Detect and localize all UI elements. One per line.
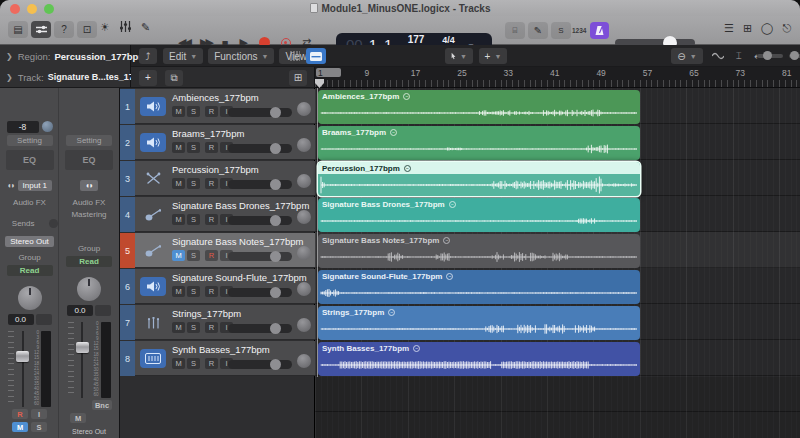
track-s-button[interactable]: S	[187, 142, 200, 153]
smart-controls-button[interactable]: ☀	[100, 21, 110, 34]
track-header-signature-sound-flute-177bpm[interactable]: 6Signature Sound-Flute_177bpmMSRI	[120, 269, 315, 304]
track-header-strings-177bpm[interactable]: 7Strings_177bpmMSRI	[120, 305, 315, 340]
track-r-button[interactable]: R	[205, 178, 218, 189]
arrange-area[interactable]: Ambiences_177bpm~Braams_177bpm~Percussio…	[315, 88, 800, 438]
volume-fader[interactable]	[16, 331, 29, 407]
track-pan-knob[interactable]	[297, 138, 311, 152]
track-m-button[interactable]: M	[172, 286, 185, 297]
browsers-button[interactable]: ⎋	[782, 22, 791, 35]
grid-view-button[interactable]	[287, 48, 303, 64]
pan-knob[interactable]	[77, 277, 101, 301]
channel-strip-name[interactable]: Stereo Out	[60, 428, 118, 435]
track-name[interactable]: Percussion_177bpm	[172, 164, 259, 175]
track-s-button[interactable]: S	[187, 286, 200, 297]
audio-fx-slot[interactable]: Audio FX	[7, 197, 53, 208]
sends-slot[interactable]: Sends	[1, 218, 45, 229]
track-m-button[interactable]: M	[172, 214, 185, 225]
track-disclosure-icon[interactable]: ❯	[6, 73, 13, 82]
track-m-button[interactable]: M	[172, 322, 185, 333]
track-m-button[interactable]: M	[172, 358, 185, 369]
fader-cap[interactable]	[16, 351, 29, 362]
volume-value[interactable]: 0.0	[67, 305, 93, 316]
track-r-button[interactable]: R	[205, 106, 218, 117]
region-braams-177bpm[interactable]: Braams_177bpm~	[318, 126, 640, 160]
solo-button[interactable]: S	[31, 422, 47, 432]
region-signature-bass-drones-177bpm[interactable]: Signature Bass Drones_177bpm~	[318, 198, 640, 232]
track-s-button[interactable]: S	[187, 214, 200, 225]
note-pads-button[interactable]: ⊞	[743, 22, 752, 35]
functions-menu[interactable]: Functions▼	[208, 48, 274, 64]
midi-capture-button[interactable]: ⌸	[505, 22, 525, 39]
audio-fx-slot-2[interactable]: Mastering	[66, 209, 112, 220]
track-name[interactable]: Signature Sound-Flute_177bpm	[172, 272, 307, 283]
vertical-auto-zoom-button[interactable]: ⌶	[733, 48, 745, 64]
bounce-button[interactable]: Bnc	[92, 400, 112, 410]
region-percussion-177bpm[interactable]: Percussion_177bpm~	[318, 162, 640, 196]
track-name[interactable]: Signature Bass Notes_177bpm	[172, 236, 304, 247]
region-strings-177bpm[interactable]: Strings_177bpm~	[318, 306, 640, 340]
track-name[interactable]: Braams_177bpm	[172, 128, 244, 139]
group-slot[interactable]: Group	[66, 243, 112, 254]
track-s-button[interactable]: S	[187, 178, 200, 189]
output-slot[interactable]: Stereo Out	[5, 236, 54, 247]
track-r-button[interactable]: R	[205, 250, 218, 261]
track-volume-slider[interactable]	[228, 324, 292, 333]
library-toggle-button[interactable]: ▤	[8, 21, 28, 38]
audio-fx-slot[interactable]: Audio FX	[66, 197, 112, 208]
stereo-format-slot[interactable]: ◖◗	[80, 180, 98, 191]
loop-browser-button[interactable]: ◯	[761, 22, 773, 35]
automation-mode-button[interactable]: Read	[7, 265, 53, 276]
track-pan-knob[interactable]	[297, 354, 311, 368]
record-enable-button[interactable]: R	[12, 409, 28, 419]
tuner-button[interactable]: ✎	[528, 22, 548, 39]
track-s-button[interactable]: S	[187, 250, 200, 261]
track-name[interactable]: Strings_177bpm	[172, 308, 241, 319]
region-synth-basses-177bpm[interactable]: Synth Basses_177bpm~	[318, 342, 640, 376]
vertical-zoom-slider[interactable]	[757, 54, 783, 58]
track-volume-slider[interactable]	[228, 252, 292, 261]
horizontal-zoom-slider[interactable]	[789, 54, 800, 58]
track-r-button[interactable]: R	[205, 214, 218, 225]
region-signature-sound-flute-177bpm[interactable]: Signature Sound-Flute_177bpm~	[318, 270, 640, 304]
track-volume-slider[interactable]	[228, 144, 292, 153]
track-s-button[interactable]: S	[187, 358, 200, 369]
list-editors-button[interactable]: ☰	[724, 22, 734, 35]
gain-display[interactable]: -8	[7, 121, 39, 133]
metronome-button[interactable]	[590, 22, 609, 39]
duplicate-track-button[interactable]: ⧉	[165, 70, 183, 86]
quick-help-button[interactable]: ?	[54, 21, 74, 38]
eq-slot[interactable]: EQ	[6, 150, 54, 170]
automation-mode-button[interactable]: Read	[66, 256, 112, 267]
command-click-tool-menu[interactable]: + ▼	[479, 48, 507, 64]
volume-fader[interactable]	[76, 322, 89, 398]
track-volume-slider[interactable]	[228, 108, 292, 117]
playhead-marker[interactable]	[315, 79, 324, 88]
track-volume-slider[interactable]	[228, 288, 292, 297]
snap-menu[interactable]: ⊖▼	[671, 48, 703, 64]
bar-ruler[interactable]: 19172533414957657381	[315, 67, 800, 88]
track-volume-thumb[interactable]	[270, 179, 281, 190]
track-name[interactable]: Synth Basses_177bpm	[172, 344, 270, 355]
editors-button[interactable]: ✎	[141, 21, 150, 34]
mixer-button[interactable]	[120, 21, 131, 34]
stereo-format-icon[interactable]: ◖◗	[7, 181, 15, 190]
track-volume-slider[interactable]	[228, 180, 292, 189]
track-pan-knob[interactable]	[297, 246, 311, 260]
region-view-toggle[interactable]	[306, 48, 326, 64]
track-name[interactable]: Ambiences_177bpm	[172, 92, 259, 103]
region-inspector-header[interactable]: ❯ Region: Percussion_177bpm	[0, 45, 131, 67]
track-header-signature-bass-drones-177bpm[interactable]: 4Signature Bass Drones_177bpmMSRI	[120, 197, 315, 232]
track-name[interactable]: Signature Bass Drones_177bpm	[172, 200, 309, 211]
track-header-braams-177bpm[interactable]: 2Braams_177bpmMSRI	[120, 125, 315, 160]
track-m-button[interactable]: M	[172, 142, 185, 153]
toolbar-toggle-button[interactable]: ⊡	[77, 21, 97, 38]
group-slot[interactable]: Group	[7, 252, 53, 263]
input-monitor-button[interactable]: I	[31, 409, 47, 419]
count-in-button[interactable]: 1234	[572, 27, 586, 34]
track-r-button[interactable]: R	[205, 142, 218, 153]
track-m-button[interactable]: M	[172, 250, 185, 261]
track-r-button[interactable]: R	[205, 286, 218, 297]
channel-setting-button[interactable]: Setting	[7, 135, 53, 146]
track-s-button[interactable]: S	[187, 322, 200, 333]
horizontal-zoom-thumb[interactable]	[790, 51, 799, 60]
